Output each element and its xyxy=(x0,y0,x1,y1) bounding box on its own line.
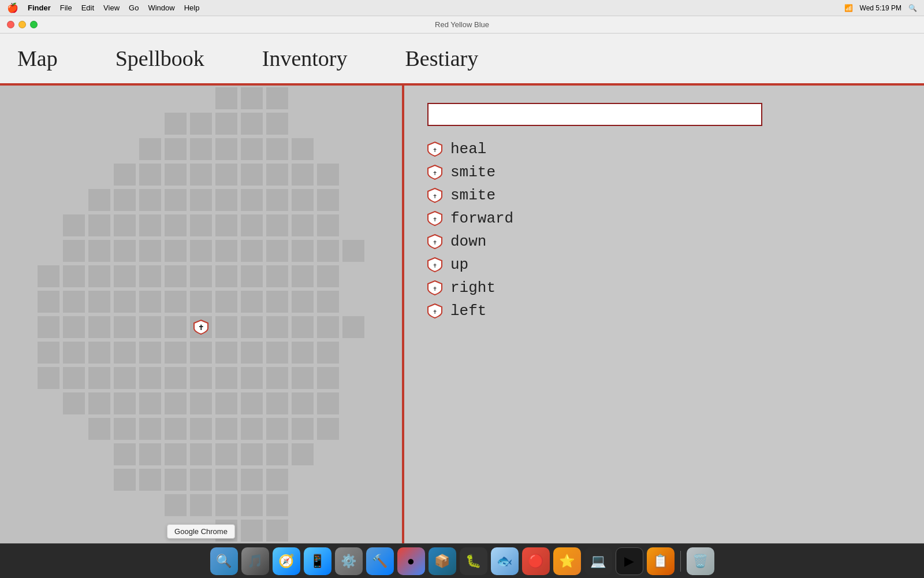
menubar-finder[interactable]: Finder xyxy=(28,3,51,12)
map-cell xyxy=(290,213,315,238)
dock-item-app-store[interactable]: 📱 xyxy=(304,547,331,575)
player-cell[interactable]: ✝ xyxy=(189,315,213,339)
nav-inventory[interactable]: Inventory xyxy=(262,46,348,71)
map-cell xyxy=(62,239,86,263)
menubar-search-icon[interactable]: 🔍 xyxy=(908,4,917,12)
map-cell xyxy=(290,162,315,187)
dock-item-magnet[interactable]: 🔴 xyxy=(522,547,550,575)
map-cell xyxy=(290,366,315,390)
map-cell-empty xyxy=(138,493,162,517)
spell-list-item[interactable]: ✝ up xyxy=(427,253,901,276)
spell-list-item[interactable]: ✝ left xyxy=(427,299,901,323)
map-cell xyxy=(113,315,137,339)
dock: 🔍🎵🧭📱⚙️🔨●📦🐛🐟🔴⭐💻▶📋🗑️ xyxy=(0,543,924,578)
spell-search-input[interactable] xyxy=(427,103,762,126)
dock-item-finder[interactable]: 🔍 xyxy=(210,547,238,575)
map-cell xyxy=(290,417,315,441)
menubar-go[interactable]: Go xyxy=(129,3,139,12)
map-row xyxy=(36,86,366,111)
map-cell xyxy=(240,239,264,263)
dock-item-exec[interactable]: ▶ xyxy=(616,547,643,575)
map-cell xyxy=(163,493,188,517)
spell-list-item[interactable]: ✝ right xyxy=(427,276,901,299)
map-cell xyxy=(113,468,137,492)
dock-item-terminal[interactable]: 💻 xyxy=(584,547,612,575)
map-cell-empty xyxy=(36,417,61,441)
menubar-wifi-icon[interactable]: 📶 xyxy=(844,4,853,12)
map-cell xyxy=(163,391,188,416)
map-cell xyxy=(265,213,289,238)
map-cell xyxy=(163,340,188,365)
svg-text:✝: ✝ xyxy=(433,216,437,223)
dock-item-paste[interactable]: 📋 xyxy=(647,547,675,575)
spell-list-item[interactable]: ✝ smite xyxy=(427,161,901,184)
map-cell xyxy=(189,112,213,136)
map-cell xyxy=(316,391,340,416)
map-cell xyxy=(240,366,264,390)
map-cell-empty xyxy=(113,493,137,517)
close-button[interactable] xyxy=(7,21,14,28)
map-cell xyxy=(36,264,61,288)
map-cell xyxy=(138,290,162,314)
dock-item-siri[interactable]: 🎵 xyxy=(241,547,269,575)
dock-item-safari[interactable]: 🧭 xyxy=(273,547,300,575)
map-cell-empty xyxy=(113,112,137,136)
map-cell xyxy=(240,493,264,517)
dock-item-google-chrome[interactable]: ● xyxy=(397,547,425,575)
map-cell-empty xyxy=(62,442,86,466)
map-cell xyxy=(214,86,239,110)
map-cell xyxy=(265,86,289,110)
dock-item-aqua[interactable]: 🐟 xyxy=(491,547,519,575)
map-cell xyxy=(240,417,264,441)
map-panel: ✝ Google Chrome xyxy=(0,86,404,543)
spell-list-item[interactable]: ✝ smite xyxy=(427,184,901,207)
dock-item-virtualbox[interactable]: 📦 xyxy=(429,547,456,575)
menubar-file[interactable]: File xyxy=(60,3,72,12)
map-cell xyxy=(113,442,137,466)
apple-menu[interactable]: 🍎 xyxy=(7,2,18,13)
map-cell xyxy=(138,315,162,339)
window-controls[interactable] xyxy=(7,21,38,28)
menubar-window[interactable]: Window xyxy=(148,3,174,12)
minimize-button[interactable] xyxy=(18,21,26,28)
maximize-button[interactable] xyxy=(30,21,38,28)
menubar-edit[interactable]: Edit xyxy=(81,3,94,12)
map-row xyxy=(36,264,366,289)
map-cell xyxy=(265,391,289,416)
spell-name: left xyxy=(450,302,486,320)
map-cell xyxy=(163,264,188,288)
nav-map[interactable]: Map xyxy=(17,46,58,71)
spell-list-item[interactable]: ✝ heal xyxy=(427,138,901,161)
dock-item-reeder[interactable]: ⭐ xyxy=(553,547,581,575)
map-cell-empty xyxy=(189,86,213,110)
map-cell xyxy=(163,213,188,238)
map-row xyxy=(36,238,366,264)
dock-item-xcode[interactable]: 🔨 xyxy=(366,547,394,575)
map-cell xyxy=(189,137,213,161)
dock-item-worm[interactable]: 🐛 xyxy=(460,547,487,575)
map-cell xyxy=(163,417,188,441)
map-cell xyxy=(316,315,340,339)
map-cell xyxy=(62,340,86,365)
map-cell-empty xyxy=(36,442,61,466)
map-cell xyxy=(214,188,239,212)
map-cell-empty xyxy=(62,162,86,187)
nav-bestiary[interactable]: Bestiary xyxy=(405,46,479,71)
map-cell xyxy=(87,417,111,441)
menubar-view[interactable]: View xyxy=(103,3,120,12)
map-cell-empty xyxy=(36,137,61,161)
dock-item-system-preferences[interactable]: ⚙️ xyxy=(335,547,363,575)
map-cell xyxy=(265,366,289,390)
map-cell xyxy=(265,468,289,492)
dock-item-trash[interactable]: 🗑️ xyxy=(687,547,714,575)
spell-list-item[interactable]: ✝ forward xyxy=(427,207,901,230)
spell-list-item[interactable]: ✝ down xyxy=(427,230,901,253)
map-cell-empty xyxy=(138,86,162,110)
menubar-help[interactable]: Help xyxy=(184,3,200,12)
nav-spellbook[interactable]: Spellbook xyxy=(116,46,204,71)
spell-name: heal xyxy=(450,140,486,158)
spell-shield-icon: ✝ xyxy=(427,257,442,272)
map-cell xyxy=(189,162,213,187)
map-cell-empty xyxy=(62,518,86,543)
map-cell xyxy=(316,417,340,441)
